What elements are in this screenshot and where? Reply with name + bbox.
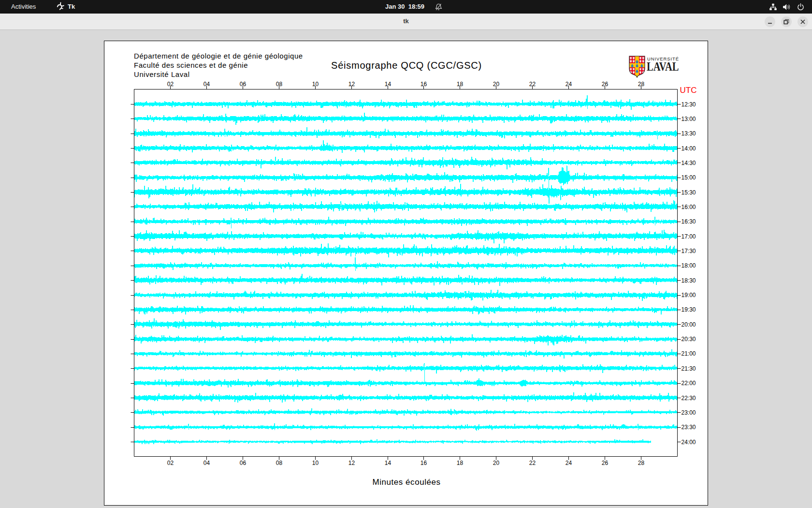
svg-text:14:30: 14:30 <box>682 160 696 166</box>
svg-text:26: 26 <box>602 81 609 88</box>
svg-text:23:30: 23:30 <box>682 424 696 431</box>
svg-text:18: 18 <box>457 81 464 88</box>
svg-text:22:00: 22:00 <box>682 380 696 387</box>
svg-text:12:30: 12:30 <box>682 101 696 108</box>
svg-text:14:00: 14:00 <box>682 145 696 152</box>
svg-text:18: 18 <box>457 460 464 466</box>
svg-text:12: 12 <box>348 460 355 466</box>
svg-text:19:00: 19:00 <box>682 292 696 299</box>
svg-text:26: 26 <box>602 460 609 466</box>
svg-text:08: 08 <box>276 81 283 88</box>
svg-text:16: 16 <box>420 81 427 88</box>
svg-text:16: 16 <box>420 460 427 466</box>
svg-text:21:30: 21:30 <box>682 365 696 372</box>
svg-text:04: 04 <box>203 460 210 466</box>
svg-text:20: 20 <box>493 460 500 466</box>
svg-text:15:30: 15:30 <box>682 189 696 196</box>
svg-text:10: 10 <box>312 460 319 466</box>
svg-text:12: 12 <box>348 81 355 88</box>
svg-text:13:00: 13:00 <box>682 116 696 122</box>
svg-text:21:00: 21:00 <box>682 350 696 357</box>
svg-text:22: 22 <box>529 460 536 466</box>
svg-text:14: 14 <box>385 460 392 466</box>
svg-text:14: 14 <box>385 81 392 88</box>
svg-text:24: 24 <box>566 81 572 88</box>
svg-text:02: 02 <box>167 460 174 466</box>
svg-text:24:00: 24:00 <box>682 439 696 446</box>
svg-text:15:00: 15:00 <box>682 174 696 181</box>
svg-text:06: 06 <box>240 460 246 466</box>
svg-text:17:30: 17:30 <box>682 248 696 254</box>
svg-text:28: 28 <box>638 460 645 466</box>
svg-text:UTC: UTC <box>680 86 697 95</box>
svg-text:28: 28 <box>638 81 645 88</box>
svg-text:13:30: 13:30 <box>682 130 696 137</box>
svg-text:18:30: 18:30 <box>682 277 696 284</box>
svg-text:17:00: 17:00 <box>682 233 696 240</box>
svg-text:04: 04 <box>203 81 210 88</box>
svg-text:10: 10 <box>312 81 319 88</box>
svg-text:23:00: 23:00 <box>682 409 696 416</box>
svg-text:24: 24 <box>566 460 572 466</box>
svg-text:22: 22 <box>529 81 536 88</box>
svg-text:20:00: 20:00 <box>682 321 696 328</box>
svg-text:18:00: 18:00 <box>682 262 696 269</box>
svg-text:16:30: 16:30 <box>682 218 696 225</box>
svg-text:20: 20 <box>493 81 500 88</box>
svg-text:19:30: 19:30 <box>682 306 696 313</box>
svg-text:06: 06 <box>240 81 246 88</box>
svg-text:02: 02 <box>167 81 174 88</box>
svg-text:16:00: 16:00 <box>682 204 696 210</box>
svg-text:08: 08 <box>276 460 283 466</box>
svg-text:20:30: 20:30 <box>682 336 696 343</box>
svg-text:22:30: 22:30 <box>682 395 696 402</box>
